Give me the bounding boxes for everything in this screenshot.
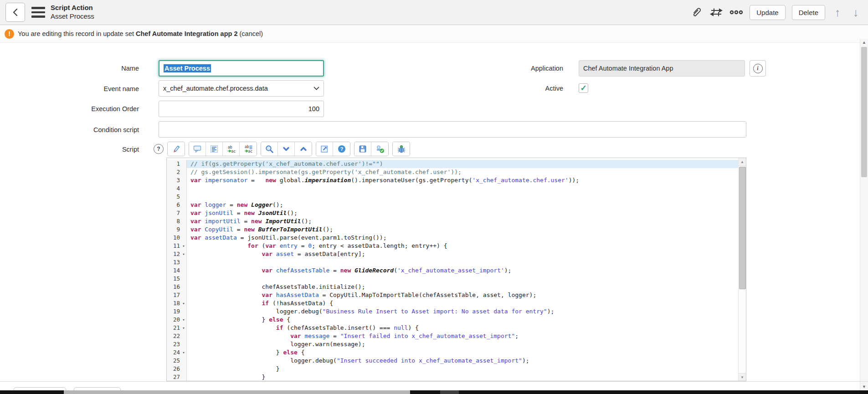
- help-circle-button[interactable]: ?: [333, 142, 350, 156]
- editor-scrollbar-thumb[interactable]: [739, 167, 746, 289]
- code-line[interactable]: 17 var hasAssetData = CopyUtil.MapToImpo…: [167, 291, 738, 299]
- code-text[interactable]: var logger = new Logger();: [187, 201, 738, 209]
- code-line[interactable]: 23 logger.warn(message);: [167, 340, 738, 348]
- code-line[interactable]: 2// gs.getSession().impersonate(gs.getPr…: [167, 168, 738, 176]
- code-text[interactable]: } else {: [187, 316, 738, 324]
- name-input[interactable]: Asset Process: [159, 60, 324, 77]
- code-line[interactable]: 25 logger.debug("Insert succeeded into x…: [167, 357, 738, 365]
- fold-toggle-icon[interactable]: ▾: [181, 316, 186, 324]
- code-line[interactable]: 7var jsonUtil = new JsonUtil();: [167, 209, 738, 217]
- fold-toggle-icon[interactable]: ▾: [181, 242, 186, 250]
- page-scroll-down-icon[interactable]: ▼: [860, 383, 868, 390]
- replace-all-button[interactable]: abac: [240, 142, 257, 156]
- code-line[interactable]: 3var impersonator = new global.impersina…: [167, 176, 738, 184]
- code-line[interactable]: 6var logger = new Logger();: [167, 201, 738, 209]
- scroll-up-icon[interactable]: ▲: [739, 158, 746, 166]
- fold-toggle-icon[interactable]: ▾: [181, 324, 186, 332]
- code-line[interactable]: 8var importUtil = new ImportUtil();: [167, 217, 738, 225]
- delete-button[interactable]: Delete: [792, 5, 825, 20]
- update-set-sliders-icon[interactable]: [709, 5, 723, 19]
- code-text[interactable]: var chefAssetsTable = new GlideRecord('x…: [187, 266, 738, 275]
- code-line[interactable]: 19 logger.debug("Business Rule Insert to…: [167, 307, 738, 316]
- menu-hamburger-icon[interactable]: [31, 7, 45, 18]
- find-previous-button[interactable]: [295, 142, 312, 156]
- code-text[interactable]: [187, 275, 738, 283]
- code-text[interactable]: logger.warn(message);: [187, 340, 738, 348]
- code-text[interactable]: var impersonator = new global.impersinat…: [187, 176, 738, 184]
- scroll-down-icon[interactable]: ▼: [739, 373, 746, 381]
- fold-toggle-icon[interactable]: ▾: [181, 299, 186, 307]
- replace-button[interactable]: abac: [223, 142, 240, 156]
- code-line[interactable]: 18▾ if (!hasAssetData) {: [167, 299, 738, 307]
- condition-script-input[interactable]: [159, 121, 746, 138]
- page-scrollbar[interactable]: ▲ ▼: [860, 39, 868, 390]
- code-text[interactable]: if (!hasAssetData) {: [187, 299, 738, 307]
- code-line[interactable]: 16 chefAssetsTable.initialize();: [167, 283, 738, 291]
- help-icon[interactable]: ?: [154, 144, 164, 154]
- syntax-check-button[interactable]: [371, 142, 388, 156]
- fold-toggle-icon[interactable]: ▾: [181, 348, 186, 357]
- code-line[interactable]: 4: [167, 184, 738, 193]
- code-text[interactable]: } else {: [187, 348, 738, 357]
- back-button[interactable]: [5, 3, 25, 22]
- code-line[interactable]: 9var CopyUtil = new BufferToImportUtil()…: [167, 225, 738, 234]
- code-text[interactable]: var jsonUtil = new JsonUtil();: [187, 209, 738, 217]
- code-text[interactable]: for (var entry = 0; entry < assetData.le…: [187, 242, 738, 250]
- attachment-paperclip-icon[interactable]: [689, 5, 703, 19]
- code-line[interactable]: 24▾ } else {: [167, 348, 738, 357]
- toggle-comment-button[interactable]: [189, 142, 206, 156]
- code-text[interactable]: [187, 258, 738, 266]
- execution-order-input[interactable]: [159, 101, 324, 117]
- execution-order-label: Execution Order: [62, 105, 139, 113]
- code-line[interactable]: 12▾ var asset = assetData[entry];: [167, 250, 738, 258]
- code-text[interactable]: }: [187, 365, 738, 373]
- code-line[interactable]: 10var assetData = jsonUtil.parse(event.p…: [167, 234, 738, 242]
- editor-scrollbar[interactable]: ▲ ▼: [738, 158, 746, 381]
- fold-toggle-icon[interactable]: ▾: [181, 250, 186, 258]
- code-text[interactable]: [187, 193, 738, 201]
- application-info-button[interactable]: i: [750, 60, 766, 77]
- code-text[interactable]: }: [187, 373, 738, 381]
- script-debugger-button[interactable]: [393, 142, 410, 156]
- previous-record-arrow-icon[interactable]: ↑: [832, 7, 843, 18]
- code-line[interactable]: 20▾ } else {: [167, 316, 738, 324]
- code-line[interactable]: 21▾ if (chefAssetsTable.insert() === nul…: [167, 324, 738, 332]
- code-line[interactable]: 11▾ for (var entry = 0; entry < assetDat…: [167, 242, 738, 250]
- code-text[interactable]: logger.debug("Business Rule Insert to As…: [187, 307, 738, 316]
- page-scrollbar-thumb[interactable]: [861, 47, 867, 177]
- syntax-editor-pen-button[interactable]: [168, 142, 185, 156]
- format-code-button[interactable]: [206, 142, 223, 156]
- cancel-link[interactable]: (cancel): [239, 30, 263, 37]
- code-text[interactable]: // if(gs.getProperty('x_chef_automate.ch…: [187, 160, 738, 168]
- page-scroll-up-icon[interactable]: ▲: [860, 39, 868, 46]
- find-next-button[interactable]: [278, 142, 295, 156]
- search-button[interactable]: [261, 142, 278, 156]
- code-line[interactable]: 1// if(gs.getProperty('x_chef_automate.c…: [167, 160, 738, 168]
- script-code-editor[interactable]: 1// if(gs.getProperty('x_chef_automate.c…: [166, 158, 746, 381]
- more-options-dots-icon[interactable]: [729, 5, 743, 19]
- open-fullscreen-button[interactable]: [316, 142, 333, 156]
- code-text[interactable]: var hasAssetData = CopyUtil.MapToImportT…: [187, 291, 738, 299]
- code-text[interactable]: var CopyUtil = new BufferToImportUtil();: [187, 225, 738, 234]
- code-line[interactable]: 15: [167, 275, 738, 283]
- code-line[interactable]: 22 var message = "Insert failed into x_c…: [167, 332, 738, 340]
- code-line[interactable]: 5: [167, 193, 738, 201]
- code-line[interactable]: 13: [167, 258, 738, 266]
- code-text[interactable]: var message = "Insert failed into x_chef…: [187, 332, 738, 340]
- code-text[interactable]: [187, 184, 738, 193]
- code-text[interactable]: var assetData = jsonUtil.parse(event.par…: [187, 234, 738, 242]
- code-text[interactable]: chefAssetsTable.initialize();: [187, 283, 738, 291]
- code-text[interactable]: if (chefAssetsTable.insert() === null) {: [187, 324, 738, 332]
- code-text[interactable]: var asset = assetData[entry];: [187, 250, 738, 258]
- code-line[interactable]: 26 }: [167, 365, 738, 373]
- update-button[interactable]: Update: [750, 5, 785, 20]
- active-checkbox[interactable]: ✓: [579, 83, 588, 93]
- save-button[interactable]: [354, 142, 371, 156]
- next-record-arrow-icon[interactable]: ↓: [850, 7, 862, 18]
- code-text[interactable]: // gs.getSession().impersonate(gs.getPro…: [187, 168, 738, 176]
- code-text[interactable]: logger.debug("Insert succeeded into x_ch…: [187, 357, 738, 365]
- code-line[interactable]: 14 var chefAssetsTable = new GlideRecord…: [167, 266, 738, 275]
- event-name-select[interactable]: x_chef_automate.chef.process.data: [159, 80, 324, 97]
- code-text[interactable]: var importUtil = new ImportUtil();: [187, 217, 738, 225]
- code-line[interactable]: 27 }: [167, 373, 738, 381]
